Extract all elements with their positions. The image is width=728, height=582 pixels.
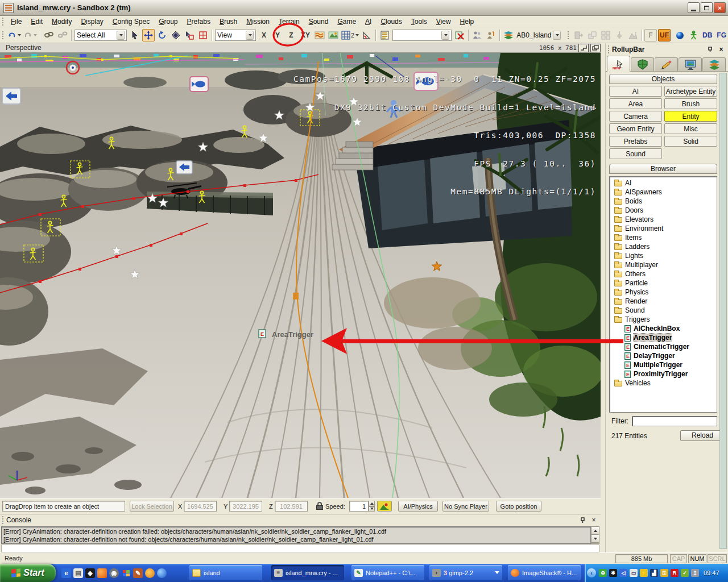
- tree-item-boids[interactable]: Boids: [610, 197, 717, 206]
- rollupbar-titlebar[interactable]: RollupBar ×: [606, 43, 728, 56]
- viewport-popout-button[interactable]: [578, 44, 589, 52]
- combo-dropdown-icon[interactable]: [117, 31, 125, 40]
- close-icon[interactable]: ×: [589, 516, 598, 524]
- select-tool[interactable]: [129, 29, 141, 41]
- axis-x-button[interactable]: X: [258, 29, 270, 41]
- task-gimp-group[interactable]: ◗ 3 gimp-2.2: [429, 565, 502, 580]
- character-editor-icon[interactable]: [687, 29, 700, 41]
- menu-ai[interactable]: AI: [361, 16, 376, 27]
- object-btn-area[interactable]: Area: [609, 98, 662, 109]
- tree-item-environment[interactable]: Environment: [610, 224, 717, 233]
- eye-viewer-icon[interactable]: ◉: [109, 568, 119, 578]
- object-btn-prefabs[interactable]: Prefabs: [609, 136, 662, 147]
- menu-view[interactable]: View: [432, 16, 456, 27]
- terrain-modify-icon[interactable]: [327, 29, 340, 41]
- facial-editor-button[interactable]: F: [644, 29, 657, 41]
- hide-helpers-icon[interactable]: [453, 29, 466, 41]
- layer-combo[interactable]: [392, 30, 452, 41]
- tray-update-icon[interactable]: ♻: [599, 569, 607, 577]
- task-notepadpp[interactable]: ✎ Notepad++ - C:\...: [351, 565, 424, 580]
- tab-modelling[interactable]: [655, 57, 678, 71]
- maximize-button[interactable]: [701, 2, 713, 13]
- object-btn-misc[interactable]: Misc: [664, 123, 717, 134]
- world-sphere-icon[interactable]: [673, 29, 686, 41]
- tree-item-ai[interactable]: AI: [610, 178, 717, 188]
- console-scrollbar[interactable]: [591, 526, 599, 544]
- axis-xy-button[interactable]: XY: [299, 29, 312, 41]
- tree-item-cinematictrigger[interactable]: CinematicTrigger: [610, 342, 717, 351]
- objects-panel-header[interactable]: Objects: [609, 74, 717, 84]
- close-button[interactable]: ×: [714, 2, 726, 13]
- unlink-button[interactable]: [56, 29, 69, 41]
- tree-item-vehicles[interactable]: Vehicles: [610, 379, 717, 388]
- y-coordinate-field[interactable]: 3022.195: [229, 501, 262, 512]
- tree-item-proximitytrigger[interactable]: ProximityTrigger: [610, 369, 717, 379]
- terrain-paint-icon[interactable]: [313, 29, 326, 41]
- group-dropdown-icon[interactable]: [495, 571, 499, 574]
- ai-physics-button[interactable]: AI/Physics: [398, 501, 438, 512]
- tree-item-sound[interactable]: Sound: [610, 306, 717, 315]
- select-filter-combo[interactable]: Select All: [75, 30, 127, 41]
- tray-network-icon[interactable]: ▟: [650, 569, 658, 577]
- tab-layers[interactable]: [702, 57, 726, 71]
- object-btn-geom-entity[interactable]: Geom Entity: [609, 123, 662, 134]
- minimize-button[interactable]: [688, 2, 700, 13]
- select-area-tool[interactable]: [197, 29, 209, 41]
- mission-combo-value[interactable]: AB0_Island: [516, 31, 551, 39]
- angle-snap-button[interactable]: [361, 29, 373, 41]
- console-titlebar[interactable]: Console ×: [0, 514, 601, 526]
- tray-bug-icon[interactable]: ✱: [609, 569, 617, 577]
- menu-prefabs[interactable]: Prefabs: [183, 16, 215, 27]
- view-combo[interactable]: View: [215, 30, 256, 41]
- start-button[interactable]: Start: [0, 564, 56, 582]
- redo-button[interactable]: [23, 29, 38, 41]
- link-button[interactable]: [43, 29, 55, 41]
- tray-antivirus-icon[interactable]: R: [671, 569, 679, 577]
- tab-terrain[interactable]: [631, 57, 654, 71]
- terrain-snap-button[interactable]: [377, 501, 392, 512]
- axis-y-button[interactable]: Y: [271, 29, 284, 41]
- rotate-tool[interactable]: [156, 29, 168, 41]
- thunderbird-icon[interactable]: [157, 568, 167, 578]
- menu-help[interactable]: Help: [456, 16, 479, 27]
- object-btn-solid[interactable]: Solid: [664, 136, 717, 147]
- firefox-icon[interactable]: [97, 568, 107, 578]
- scale-tool[interactable]: [169, 29, 182, 41]
- close-icon[interactable]: ×: [717, 45, 726, 53]
- x-coordinate-field[interactable]: 1694.525: [184, 501, 217, 512]
- task-imageshack[interactable]: ImageShack® - H...: [508, 565, 581, 580]
- object-btn-sound[interactable]: Sound: [609, 148, 662, 159]
- speed-stepper[interactable]: [369, 501, 375, 512]
- console-log-list[interactable]: [Error] CryAnimation: character-definiti…: [1, 526, 591, 544]
- tray-volume-icon[interactable]: ◁: [619, 569, 627, 577]
- menu-mission[interactable]: Mission: [242, 16, 274, 27]
- viewport-mode-label[interactable]: Perspective: [0, 44, 42, 52]
- select-object-tool[interactable]: [183, 29, 196, 41]
- tree-item-aispawners[interactable]: AISpawners: [610, 188, 717, 197]
- tree-item-others[interactable]: Others: [610, 269, 717, 278]
- tray-key-icon[interactable]: ⚿: [660, 569, 668, 577]
- combo-dropdown-icon[interactable]: [246, 31, 254, 40]
- ai-reload-icon[interactable]: [485, 29, 497, 41]
- scroll-up-icon[interactable]: [592, 527, 599, 535]
- menu-brush[interactable]: Brush: [215, 16, 242, 27]
- tree-item-items[interactable]: Items: [610, 233, 717, 242]
- tray-shield-check-icon[interactable]: ✓: [681, 569, 689, 577]
- console-input[interactable]: [1, 544, 599, 552]
- object-btn-camera[interactable]: Camera: [609, 111, 662, 122]
- pin-icon[interactable]: [705, 45, 714, 53]
- viewport-3d-scene[interactable]: E AreaTrigger CamPos=1679 2990 108 Angl=…: [0, 53, 601, 498]
- internet-explorer-icon[interactable]: e: [61, 568, 71, 578]
- scroll-down-icon[interactable]: [592, 535, 599, 543]
- tray-updater-icon[interactable]: ↥: [691, 569, 699, 577]
- mountain-flag-icon[interactable]: [627, 29, 639, 41]
- combo-dropdown-icon[interactable]: [441, 31, 449, 40]
- menu-terrain[interactable]: Terrain: [274, 16, 304, 27]
- z-coordinate-field[interactable]: 102.591: [275, 501, 308, 512]
- console-toggle-icon[interactable]: [378, 29, 391, 41]
- mission-dropdown-icon[interactable]: [553, 31, 561, 40]
- tree-item-elevators[interactable]: Elevators: [610, 215, 717, 224]
- tray-messenger-icon[interactable]: ▭: [630, 569, 638, 577]
- lock-selection-button[interactable]: Lock Selection: [130, 501, 174, 512]
- tray-power-icon[interactable]: ⚡: [640, 569, 648, 577]
